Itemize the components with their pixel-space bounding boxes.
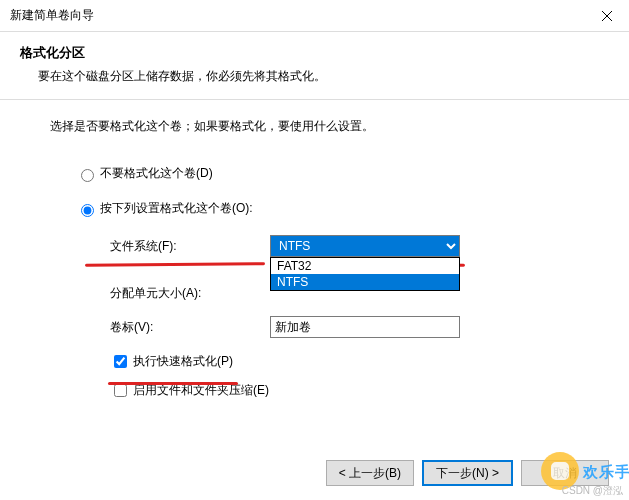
filesystem-dropdown[interactable]: FAT32 NTFS (270, 257, 460, 291)
filesystem-row: 文件系统(F): NTFS FAT32 NTFS (110, 235, 589, 257)
annotation-redline (108, 382, 238, 385)
header-heading: 格式化分区 (20, 44, 609, 62)
quick-format-label: 执行快速格式化(P) (133, 353, 233, 370)
volume-label-label: 卷标(V): (110, 319, 270, 336)
wizard-content: 选择是否要格式化这个卷；如果要格式化，要使用什么设置。 不要格式化这个卷(D) … (0, 100, 629, 400)
window-title: 新建简单卷向导 (10, 7, 94, 24)
volume-label-row: 卷标(V): (110, 316, 589, 338)
watermark-text: 欢乐手游 (583, 463, 629, 482)
filesystem-select[interactable]: NTFS (270, 235, 460, 257)
radio-no-format-input[interactable] (81, 169, 94, 182)
close-icon (602, 11, 612, 21)
wizard-header: 格式化分区 要在这个磁盘分区上储存数据，你必须先将其格式化。 (0, 32, 629, 100)
watermark-csdn: CSDN @澄泓 (562, 484, 623, 498)
next-button[interactable]: 下一步(N) > (422, 460, 513, 486)
filesystem-option-ntfs[interactable]: NTFS (271, 274, 459, 290)
radio-format-input[interactable] (81, 204, 94, 217)
radio-format-label: 按下列设置格式化这个卷(O): (100, 200, 253, 217)
radio-no-format-label: 不要格式化这个卷(D) (100, 165, 213, 182)
compression-checkbox[interactable] (114, 384, 127, 397)
header-subheading: 要在这个磁盘分区上储存数据，你必须先将其格式化。 (20, 68, 609, 85)
quick-format-checkbox[interactable] (114, 355, 127, 368)
titlebar: 新建简单卷向导 (0, 0, 629, 32)
format-settings: 文件系统(F): NTFS FAT32 NTFS 分配单元大小(A): 卷标(V… (50, 235, 589, 338)
filesystem-option-fat32[interactable]: FAT32 (271, 258, 459, 274)
back-button[interactable]: < 上一步(B) (326, 460, 414, 486)
quick-format-row[interactable]: 执行快速格式化(P) (50, 352, 589, 371)
filesystem-label: 文件系统(F): (110, 238, 270, 255)
close-button[interactable] (584, 0, 629, 32)
prompt-text: 选择是否要格式化这个卷；如果要格式化，要使用什么设置。 (50, 118, 589, 135)
radio-no-format[interactable]: 不要格式化这个卷(D) (50, 165, 589, 182)
volume-label-input[interactable] (270, 316, 460, 338)
allocation-label: 分配单元大小(A): (110, 285, 270, 302)
gamepad-icon (548, 459, 572, 483)
radio-format[interactable]: 按下列设置格式化这个卷(O): (50, 200, 589, 217)
